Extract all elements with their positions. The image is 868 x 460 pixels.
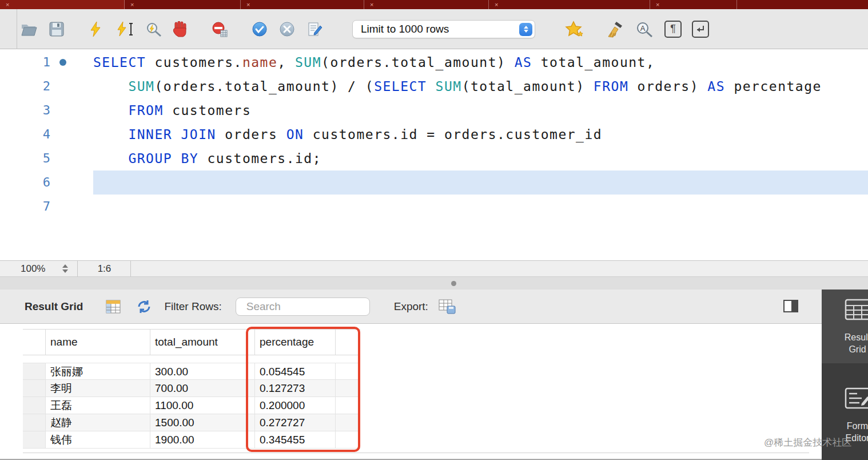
current-line-highlight[interactable] <box>93 170 868 195</box>
table-row[interactable]: 王磊 1100.00 0.200000 <box>23 397 360 414</box>
select-stepper-icon[interactable] <box>519 23 532 36</box>
editor-line[interactable]: 3 FROM customers <box>0 98 868 122</box>
tab-close-icon[interactable]: × <box>241 0 250 9</box>
row-selector-header[interactable] <box>23 330 46 355</box>
line-number: 7 <box>0 195 50 219</box>
cell-total-amount[interactable]: 300.00 <box>150 363 255 379</box>
line-marker-column <box>50 98 93 122</box>
code-token: orders) <box>628 79 707 94</box>
column-header-percentage[interactable]: percentage <box>255 330 336 355</box>
row-selector[interactable] <box>23 431 46 448</box>
editor-line[interactable]: 1 SELECT customers.name, SUM(orders.tota… <box>0 50 868 74</box>
code-text[interactable]: GROUP BY customers.id; <box>93 146 868 170</box>
cell-name[interactable]: 张丽娜 <box>46 363 150 379</box>
pane-splitter[interactable] <box>0 277 868 290</box>
editor-tab[interactable]: × <box>241 0 364 9</box>
toggle-wrap-button[interactable] <box>692 21 709 38</box>
table-row[interactable]: 钱伟 1900.00 0.345455 <box>23 431 360 449</box>
code-token: , <box>277 55 295 70</box>
code-token: (orders.total_amount) <box>321 55 515 70</box>
show-invisibles-button[interactable]: ¶ <box>664 21 682 38</box>
code-token: customers <box>164 103 251 118</box>
stop-query-button[interactable] <box>173 21 188 37</box>
cell-percentage[interactable]: 0.054545 <box>255 363 336 379</box>
code-text[interactable] <box>93 195 868 219</box>
code-text[interactable]: SELECT customers.name, SUM(orders.total_… <box>93 50 868 74</box>
editor-tab[interactable]: × <box>650 0 737 9</box>
editor-tab[interactable]: × <box>0 0 125 9</box>
row-selector[interactable] <box>23 414 46 431</box>
search-input[interactable] <box>246 300 387 313</box>
save-script-button[interactable] <box>49 22 64 37</box>
side-panel-label: ResultGrid <box>822 331 868 355</box>
grid-view-button[interactable] <box>106 300 121 314</box>
editor-tab[interactable]: × <box>364 0 489 9</box>
editor-line[interactable]: 6 <box>0 170 868 195</box>
editor-tab[interactable]: × <box>125 0 241 9</box>
tab-close-icon[interactable]: × <box>364 0 373 9</box>
tab-close-icon[interactable]: × <box>0 0 9 9</box>
label-line: Grid <box>822 343 868 355</box>
export-button[interactable] <box>439 299 456 314</box>
column-header-total-amount[interactable]: total_amount <box>150 330 255 355</box>
execute-current-statement-button[interactable] <box>117 21 134 37</box>
search-box[interactable] <box>236 298 370 316</box>
refresh-button[interactable] <box>136 299 153 314</box>
statement-marker-dot <box>59 59 66 66</box>
row-selector[interactable] <box>23 380 46 396</box>
side-panel-toggle-button[interactable] <box>783 300 798 312</box>
cell-name[interactable]: 赵静 <box>46 414 150 431</box>
cell-total-amount[interactable]: 700.00 <box>150 380 255 396</box>
cell-total-amount[interactable]: 1500.00 <box>150 414 255 431</box>
cell-total-amount[interactable]: 1900.00 <box>150 431 255 448</box>
row-selector[interactable] <box>23 363 46 379</box>
cell-name[interactable]: 李明 <box>46 380 150 396</box>
cell-percentage[interactable]: 0.127273 <box>255 380 336 396</box>
favorites-button[interactable] <box>565 21 584 38</box>
sql-editor[interactable]: 1 SELECT customers.name, SUM(orders.tota… <box>0 49 868 260</box>
magnifier-lightning-icon <box>145 21 162 37</box>
cell-percentage[interactable]: 0.345455 <box>255 431 336 448</box>
toggle-autocommit-button[interactable] <box>308 21 322 37</box>
lightning-icon <box>89 21 102 37</box>
table-row[interactable]: 赵静 1500.00 0.272727 <box>23 414 360 431</box>
toggle-stop-on-error-button[interactable] <box>212 21 228 37</box>
code-token: INNER JOIN <box>128 127 216 142</box>
tab-close-icon[interactable]: × <box>650 0 659 9</box>
column-header-name[interactable]: name <box>46 330 150 355</box>
cell-name[interactable]: 王磊 <box>46 397 150 414</box>
cell-percentage[interactable]: 0.272727 <box>255 414 336 431</box>
editor-line[interactable]: 2 SUM(orders.total_amount) / (SELECT SUM… <box>0 74 868 98</box>
cell-percentage[interactable]: 0.200000 <box>255 397 336 414</box>
side-panel-item-result-grid[interactable]: ResultGrid <box>822 290 868 363</box>
splitter-handle[interactable] <box>451 281 456 286</box>
tab-close-icon[interactable]: × <box>489 0 498 9</box>
cell-total-amount[interactable]: 1100.00 <box>150 397 255 414</box>
line-marker-column <box>50 50 93 74</box>
code-token: ON <box>286 127 304 142</box>
limit-rows-select[interactable]: Limit to 1000 rows <box>352 20 535 38</box>
watermark-text: @稀土掘金技术社区 <box>764 436 851 449</box>
cell-name[interactable]: 钱伟 <box>46 431 150 448</box>
editor-tab[interactable]: × <box>489 0 650 9</box>
code-token: SELECT <box>374 79 427 94</box>
row-selector[interactable] <box>23 397 46 414</box>
result-grid-table: name total_amount percentage 张丽娜 300.00 … <box>23 329 360 449</box>
execute-button[interactable] <box>89 21 102 37</box>
code-text[interactable]: INNER JOIN orders ON customers.id = orde… <box>93 122 868 146</box>
explain-plan-button[interactable] <box>145 21 162 37</box>
code-text[interactable]: FROM customers <box>93 98 868 122</box>
table-row[interactable]: 张丽娜 300.00 0.054545 <box>23 363 360 380</box>
table-row[interactable]: 李明 700.00 0.127273 <box>23 380 360 397</box>
find-button[interactable]: A <box>636 21 653 37</box>
tab-close-icon[interactable]: × <box>125 0 134 9</box>
commit-button[interactable] <box>252 21 268 37</box>
beautify-sql-button[interactable] <box>605 21 624 38</box>
rollback-button[interactable] <box>279 21 295 37</box>
zoom-stepper[interactable] <box>62 264 68 273</box>
open-script-button[interactable] <box>21 22 38 37</box>
editor-line[interactable]: 5 GROUP BY customers.id; <box>0 146 868 170</box>
editor-line[interactable]: 7 <box>0 195 868 219</box>
code-text[interactable]: SUM(orders.total_amount) / (SELECT SUM(t… <box>93 74 868 98</box>
editor-line[interactable]: 4 INNER JOIN orders ON customers.id = or… <box>0 122 868 146</box>
